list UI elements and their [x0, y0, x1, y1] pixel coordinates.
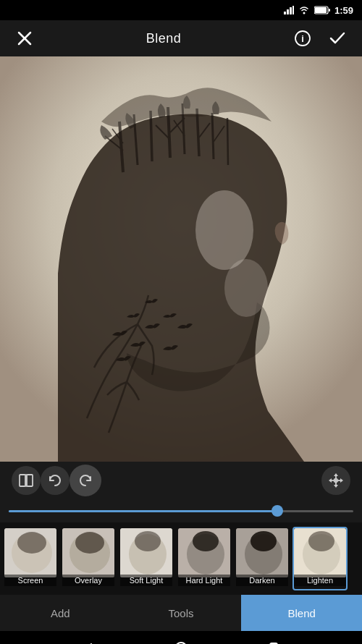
time: 1:59 — [334, 5, 353, 16]
svg-rect-31 — [27, 475, 33, 486]
blend-item-hard-light[interactable]: Hard Light — [177, 527, 232, 590]
close-button[interactable] — [12, 25, 38, 51]
blend-mode-strip: Screen Overlay Soft Light Hard Light Dar… — [0, 522, 362, 595]
svg-rect-3 — [292, 6, 294, 14]
signal-icon — [284, 6, 294, 14]
compare-button[interactable] — [12, 466, 41, 495]
info-button[interactable]: i — [290, 25, 316, 51]
svg-rect-6 — [315, 7, 327, 13]
svg-rect-7 — [329, 9, 330, 12]
blend-label-lighten: Lighten — [294, 575, 346, 586]
svg-rect-2 — [290, 7, 292, 14]
wifi-icon — [298, 6, 310, 14]
tab-blend[interactable]: Blend — [241, 595, 362, 631]
blend-label-darken: Darken — [236, 575, 288, 586]
blend-item-screen[interactable]: Screen — [3, 527, 58, 590]
blend-item-overlay[interactable]: Overlay — [61, 527, 116, 590]
svg-rect-0 — [284, 12, 286, 14]
opacity-slider-container — [0, 499, 362, 522]
blend-item-soft-light[interactable]: Soft Light — [119, 527, 174, 590]
svg-point-38 — [17, 532, 46, 554]
blend-item-lighten[interactable]: Lighten — [292, 527, 348, 590]
back-button[interactable] — [78, 637, 100, 644]
blend-label-screen: Screen — [4, 575, 56, 586]
svg-point-53 — [308, 531, 334, 551]
blend-label-hard-light: Hard Light — [178, 575, 230, 586]
slider-track[interactable] — [9, 510, 353, 512]
svg-rect-30 — [20, 475, 25, 486]
edit-tools-bar — [0, 462, 362, 499]
svg-text:i: i — [301, 33, 304, 44]
tab-bar: Add Tools Blend — [0, 595, 362, 631]
tab-add[interactable]: Add — [0, 595, 121, 631]
svg-point-28 — [195, 190, 253, 270]
blend-label-soft-light: Soft Light — [120, 575, 172, 586]
svg-point-41 — [75, 532, 104, 554]
svg-line-20 — [227, 118, 228, 165]
svg-line-19 — [212, 113, 214, 159]
svg-point-47 — [193, 531, 219, 551]
svg-point-44 — [135, 531, 161, 551]
move-button[interactable] — [321, 466, 350, 495]
svg-point-50 — [251, 531, 277, 551]
image-area — [0, 56, 362, 462]
home-button[interactable] — [170, 637, 192, 644]
page-title: Blend — [146, 31, 182, 46]
blend-label-overlay: Overlay — [62, 575, 114, 586]
battery-icon — [314, 6, 330, 14]
nav-bar — [0, 631, 362, 644]
recents-button[interactable] — [262, 637, 284, 644]
svg-rect-1 — [287, 9, 289, 14]
top-toolbar: Blend i — [0, 20, 362, 56]
confirm-button[interactable] — [324, 25, 350, 51]
svg-line-15 — [151, 111, 152, 161]
slider-thumb[interactable] — [272, 505, 283, 517]
svg-point-4 — [303, 12, 305, 14]
slider-fill — [9, 510, 277, 512]
status-bar: 1:59 — [0, 0, 362, 20]
blend-item-darken[interactable]: Darken — [235, 527, 290, 590]
tab-tools[interactable]: Tools — [121, 595, 242, 631]
redo-button[interactable] — [70, 465, 101, 496]
undo-button[interactable] — [41, 466, 70, 495]
svg-point-29 — [224, 259, 268, 317]
